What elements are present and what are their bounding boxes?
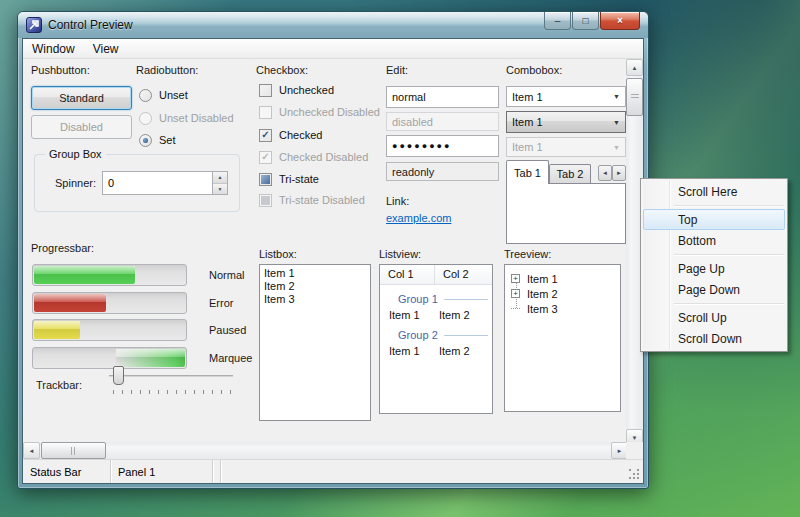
menu-item-scroll-down[interactable]: Scroll Down [643, 328, 785, 349]
disabled-button: Disabled [31, 115, 132, 139]
tab-scroll-left-icon[interactable]: ◄ [598, 165, 612, 181]
checkbox-label: Checkbox: [256, 64, 308, 76]
pushbutton-label: Pushbutton: [31, 64, 90, 76]
list-item[interactable]: Item 1 [260, 267, 370, 280]
tab-2[interactable]: Tab 2 [549, 164, 591, 184]
checkbox-item-label: Tri-state [279, 173, 319, 185]
checkbox-unchecked[interactable]: Unchecked [259, 82, 334, 98]
resize-grip[interactable] [629, 469, 631, 471]
listview-group-header: Group 1 [398, 293, 488, 305]
combobox-droplist[interactable]: Item 1 ▼ [506, 111, 626, 133]
tree-connector [511, 308, 520, 309]
scrollbar-context-menu: Scroll Here Top Bottom Page Up Page Down… [640, 178, 788, 352]
status-panel: Panel 1 [111, 460, 213, 483]
progressbar-name: Paused [209, 324, 246, 336]
progressbar-name: Error [209, 297, 233, 309]
group-line [444, 299, 488, 300]
radio-unset[interactable]: Unset [139, 87, 188, 103]
tree-item-label: Item 1 [527, 273, 558, 285]
trackbar-ticks [113, 390, 235, 394]
menu-item-bottom[interactable]: Bottom [643, 230, 785, 251]
progress-fill [34, 321, 80, 339]
progress-fill [116, 349, 185, 367]
thumb-grip [71, 447, 77, 455]
example-link[interactable]: example.com [386, 212, 451, 224]
maximize-button[interactable]: □ [572, 12, 599, 30]
menu-item-scroll-here[interactable]: Scroll Here [643, 181, 785, 202]
edit-readonly[interactable] [386, 162, 499, 181]
cell: Item 2 [435, 345, 470, 357]
cell: Item 1 [380, 345, 435, 357]
combobox-normal[interactable]: Item 1 ▼ [506, 86, 626, 107]
horizontal-scrollbar-thumb[interactable] [41, 442, 106, 459]
minimize-button[interactable]: – [544, 12, 571, 30]
menu-item-top[interactable]: Top [643, 209, 785, 230]
radio-icon [139, 112, 152, 125]
radio-icon [139, 89, 152, 102]
chevron-down-icon: ▼ [613, 144, 620, 151]
column-header[interactable]: Col 1 [380, 265, 435, 284]
app-icon [26, 17, 42, 33]
list-item[interactable]: Item 3 [260, 293, 370, 306]
standard-button[interactable]: Standard [31, 86, 132, 110]
tree-item[interactable]: Item 3 [505, 301, 620, 316]
control-preview-window: Control Preview – □ × Window View Pushbu… [17, 11, 649, 489]
column-header[interactable]: Col 2 [435, 265, 477, 284]
horizontal-scrollbar[interactable]: ◄ ► [23, 442, 628, 459]
radio-set[interactable]: Set [139, 132, 176, 148]
checkbox-indeterminate-icon [259, 173, 272, 186]
checkbox-item-label: Unchecked Disabled [279, 106, 380, 118]
menu-item-page-up[interactable]: Page Up [643, 258, 785, 279]
tab-1[interactable]: Tab 1 [506, 160, 549, 184]
vertical-scrollbar-thumb[interactable] [626, 78, 643, 116]
menu-window[interactable]: Window [23, 40, 84, 58]
close-button[interactable]: × [600, 12, 640, 30]
window-title: Control Preview [48, 18, 133, 32]
menu-item-scroll-up[interactable]: Scroll Up [643, 307, 785, 328]
treeview: + Item 1 + Item 2 Item 3 [504, 264, 621, 412]
tree-rows: + Item 1 + Item 2 Item 3 [505, 265, 620, 316]
status-panel: Status Bar [23, 460, 111, 483]
tab-panel [506, 183, 626, 244]
listview: Col 1 Col 2 Group 1 Item 1 Item 2 Group … [379, 264, 493, 414]
trackbar-thumb[interactable] [113, 366, 124, 385]
tree-item[interactable]: + Item 2 [505, 286, 620, 301]
titlebar[interactable]: Control Preview – □ × [18, 12, 648, 38]
progressbar-name: Marquee [209, 352, 252, 364]
arrow-icon [29, 20, 39, 30]
table-row[interactable]: Item 1 Item 2 [380, 345, 492, 357]
tree-item-label: Item 2 [527, 288, 558, 300]
checkbox-indeterminate-icon [259, 194, 272, 207]
radio-label: Unset [159, 89, 188, 101]
edit-normal[interactable] [386, 86, 499, 108]
progress-fill [34, 294, 106, 312]
expand-icon[interactable]: + [511, 274, 520, 283]
menu-view[interactable]: View [84, 40, 128, 58]
status-bar: Status Bar Panel 1 [23, 459, 643, 483]
edit-password[interactable] [386, 135, 499, 157]
checkbox-checked[interactable]: ✓ Checked [259, 127, 322, 143]
list-item[interactable]: Item 2 [260, 280, 370, 293]
scroll-up-icon[interactable]: ▲ [626, 59, 643, 76]
spinner-up-icon[interactable]: ▲ [213, 172, 227, 184]
cell: Item 1 [380, 309, 435, 321]
treeview-label: Treeview: [504, 248, 551, 260]
expand-icon[interactable]: + [511, 289, 520, 298]
tree-item[interactable]: + Item 1 [505, 271, 620, 286]
checkbox-checked-disabled: ✓ Checked Disabled [259, 149, 368, 165]
table-row[interactable]: Item 1 Item 2 [380, 309, 492, 321]
scroll-left-icon[interactable]: ◄ [23, 442, 40, 459]
radio-unset-disabled: Unset Disabled [139, 110, 234, 126]
checkbox-checked-icon: ✓ [259, 129, 272, 142]
spinner-input[interactable] [102, 171, 212, 195]
tab-scroll-right-icon[interactable]: ► [612, 165, 626, 181]
cell: Item 2 [435, 309, 470, 321]
checkbox-tristate[interactable]: Tri-state [259, 171, 319, 187]
spinner-down-icon[interactable]: ▼ [213, 184, 227, 195]
edit-disabled [386, 112, 499, 131]
listview-label: Listview: [379, 248, 421, 260]
menu-item-page-down[interactable]: Page Down [643, 279, 785, 300]
menubar: Window View [23, 39, 643, 59]
combobox-value: Item 1 [512, 141, 543, 153]
menu-separator [674, 254, 784, 255]
